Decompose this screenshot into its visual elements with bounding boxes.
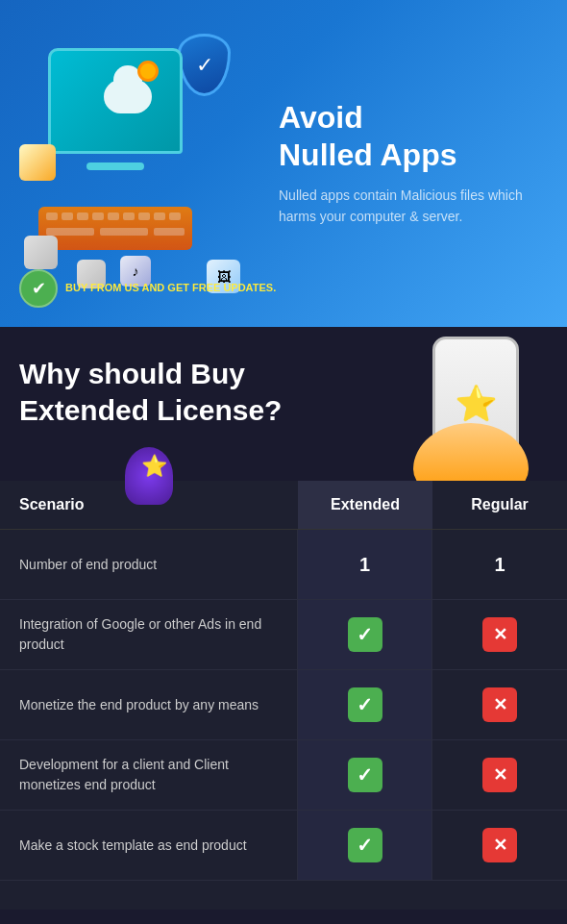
banner-text-area: Avoid Nulled Apps Nulled apps contain Ma… <box>269 99 548 228</box>
table-header: ⭐ Scenario Extended Regular <box>0 481 567 530</box>
scenario-text-5: Make a stock template as end product <box>19 836 247 856</box>
why-section: Why should Buy Extended License? ⭐ <box>0 327 567 481</box>
td-extended-5: ✓ <box>298 811 432 880</box>
th-regular: Regular <box>432 481 567 529</box>
td-regular-5: ✕ <box>432 811 567 880</box>
banner-subtitle: Nulled apps contain Malicious files whic… <box>279 185 548 228</box>
lock-icon <box>137 61 159 82</box>
table-row: Monetize the end product by any means ✓ … <box>0 670 567 740</box>
table-section: ⭐ Scenario Extended Regular Number of en… <box>0 481 567 910</box>
td-scenario-4: Development for a client and Client mone… <box>0 740 298 810</box>
td-scenario-5: Make a stock template as end product <box>0 811 298 880</box>
scenario-text-4: Development for a client and Client mone… <box>19 755 278 795</box>
phone-hand: ⭐ <box>394 327 567 481</box>
check-box-icon: ✓ <box>348 687 382 722</box>
table-row: Make a stock template as end product ✓ ✕ <box>0 811 567 881</box>
td-regular-4: ✕ <box>432 740 567 810</box>
scenario-text-1: Number of end product <box>19 555 157 575</box>
scenario-text-2: Integration of Google or other Ads in en… <box>19 614 278 655</box>
top-banner: ✓ 🖼 ♪ Avoid Nulled Apps N <box>0 0 567 327</box>
th-extended: Extended <box>298 481 432 529</box>
banner-illustration: ✓ 🖼 ♪ <box>19 29 269 298</box>
td-scenario-1: Number of end product <box>0 530 298 599</box>
table-row: Development for a client and Client mone… <box>0 740 567 811</box>
td-scenario-3: Monetize the end product by any means <box>0 670 298 739</box>
phone-illustration: ⭐ <box>384 327 567 481</box>
table-row: Number of end product 1 1 <box>0 530 567 600</box>
cross-box-icon: ✕ <box>482 687 517 722</box>
medal-ribbon-left <box>135 476 149 495</box>
keyboard-icon <box>38 207 192 250</box>
cloud-icon <box>104 80 152 113</box>
cube1-icon <box>24 236 58 269</box>
td-regular-1: 1 <box>432 530 567 599</box>
td-extended-2: ✓ <box>298 600 432 669</box>
check-box-icon: ✓ <box>348 758 382 792</box>
cross-box-icon: ✕ <box>482 758 517 792</box>
monitor-icon <box>48 48 183 154</box>
td-extended-4: ✓ <box>298 740 432 810</box>
cube4-icon <box>19 144 56 181</box>
badge-text: BUY FROM US AND GET FREE UPDATES. <box>65 281 276 295</box>
td-regular-3: ✕ <box>432 670 567 739</box>
cross-box-icon: ✕ <box>482 828 517 862</box>
td-scenario-2: Integration of Google or other Ads in en… <box>0 600 298 669</box>
table-row: Integration of Google or other Ads in en… <box>0 600 567 670</box>
td-extended-1: 1 <box>298 530 432 599</box>
banner-badge: ✔ BUY FROM US AND GET FREE UPDATES. <box>19 269 276 308</box>
shield-icon: ✓ <box>178 34 231 96</box>
banner-title: Avoid Nulled Apps <box>279 99 548 173</box>
regular-value-1: 1 <box>494 554 505 576</box>
check-badge-icon: ✔ <box>19 269 58 308</box>
td-regular-2: ✕ <box>432 600 567 669</box>
medal-star-icon: ⭐ <box>141 454 167 479</box>
check-box-icon: ✓ <box>348 828 382 862</box>
extended-value-1: 1 <box>359 554 370 576</box>
td-extended-3: ✓ <box>298 670 432 739</box>
medal-ribbon-right <box>154 476 168 495</box>
scenario-text-3: Monetize the end product by any means <box>19 695 259 715</box>
why-title: Why should Buy Extended License? <box>19 356 288 428</box>
check-box-icon: ✓ <box>348 617 382 652</box>
th-scenario: ⭐ Scenario <box>0 481 298 529</box>
cross-box-icon: ✕ <box>482 617 517 652</box>
